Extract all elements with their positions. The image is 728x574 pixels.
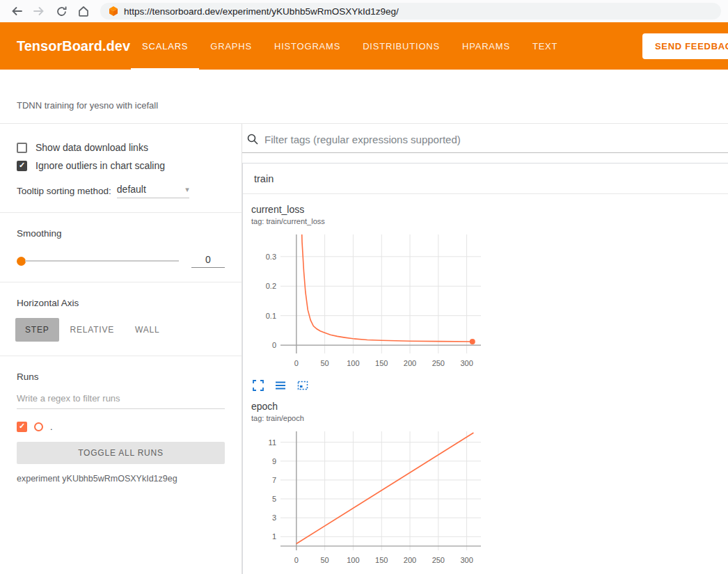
section-header-train[interactable]: train [243,164,728,194]
relative-button[interactable]: RELATIVE [61,318,125,342]
search-icon [246,133,259,145]
sidebar: Show data download links Ignore outliers… [0,124,242,574]
app-title[interactable]: TensorBoard.dev [0,22,131,70]
forward-icon[interactable] [29,1,49,21]
svg-text:250: 250 [432,556,445,564]
train-section-card: train current_losstag: train/current_los… [242,163,728,574]
checkbox-checked-icon [17,161,27,171]
svg-text:0: 0 [294,556,299,564]
chart-card-current_loss: current_losstag: train/current_loss05010… [251,204,484,391]
fit-domain-icon[interactable] [297,380,308,391]
home-icon[interactable] [74,1,93,21]
step-button[interactable]: STEP [15,318,59,342]
show-download-links-checkbox[interactable]: Show data download links [17,142,225,153]
run-checkbox[interactable] [17,422,27,432]
chart-tag: tag: train/epoch [251,414,484,422]
send-feedback-button[interactable]: SEND FEEDBACK [642,33,728,59]
address-bar[interactable]: https://tensorboard.dev/experiment/yKUbh… [100,3,721,19]
horizontal-axis-label: Horizontal Axis [17,298,225,308]
svg-text:150: 150 [375,359,388,367]
chart-toolbar [251,380,484,391]
svg-text:11: 11 [269,438,276,447]
svg-text:250: 250 [432,359,445,367]
runs-list-icon[interactable] [275,380,286,391]
filter-tags-placeholder: Filter tags (regular expressions support… [264,134,461,145]
runs-filter-input[interactable]: Write a regex to filter runs [17,393,225,409]
slider-track[interactable] [25,260,179,262]
svg-text:1: 1 [272,532,276,541]
tab-histograms[interactable]: HISTOGRAMS [263,22,351,70]
tab-scalars[interactable]: SCALARS [131,22,199,70]
smoothing-slider-row: 0 [17,254,225,268]
wall-button[interactable]: WALL [125,318,169,342]
back-icon[interactable] [7,1,26,21]
checkbox-icon [17,143,27,153]
run-name: . [50,422,53,432]
tooltip-sorting-row: Tooltip sorting method: default ▾ [17,184,225,198]
svg-text:200: 200 [404,556,416,564]
svg-text:0: 0 [294,359,299,367]
ignore-outliers-checkbox[interactable]: Ignore outliers in chart scaling [17,160,225,171]
checkbox-label: Ignore outliers in chart scaling [35,160,165,171]
tab-distributions[interactable]: DISTRIBUTIONS [351,22,451,70]
svg-text:0.2: 0.2 [266,282,276,290]
chart-title: epoch [251,401,484,412]
tooltip-sorting-label: Tooltip sorting method: [17,186,111,196]
tab-graphs[interactable]: GRAPHS [199,22,263,70]
charts-grid: current_losstag: train/current_loss05010… [243,194,728,574]
divider [0,212,242,213]
tooltip-sorting-value: default [117,184,146,195]
smoothing-value[interactable]: 0 [191,254,225,268]
horizontal-axis-buttons: STEP RELATIVE WALL [15,318,225,342]
browser-toolbar: https://tensorboard.dev/experiment/yKUbh… [0,0,728,22]
tooltip-sorting-select[interactable]: default ▾ [117,184,189,198]
reload-icon[interactable] [52,1,71,21]
tab-hparams[interactable]: HPARAMS [451,22,521,70]
experiment-description-row: TDNN training for yesno with icefall [0,70,728,124]
svg-text:100: 100 [347,359,359,367]
svg-text:300: 300 [460,556,473,564]
svg-text:0.1: 0.1 [266,312,276,320]
svg-text:50: 50 [321,556,329,564]
svg-text:0: 0 [272,341,276,349]
main-panel: Filter tags (regular expressions support… [242,124,728,574]
svg-text:300: 300 [460,359,473,367]
svg-text:5: 5 [272,495,276,503]
smoothing-label: Smoothing [17,228,225,239]
run-color-swatch [34,422,43,431]
svg-text:100: 100 [347,556,359,564]
filter-tags-input[interactable]: Filter tags (regular expressions support… [242,124,728,153]
chevron-down-icon: ▾ [185,185,189,194]
experiment-description: TDNN training for yesno with icefall [17,100,158,111]
chart-card-epoch: epochtag: train/epoch0501001502002503001… [251,401,484,574]
chart-title: current_loss [251,204,484,215]
chart-plot[interactable]: 05010015020025030000.10.20.3 [251,231,484,372]
toggle-all-runs-button[interactable]: TOGGLE ALL RUNS [17,442,225,464]
section-title: train [254,173,274,184]
runs-label: Runs [17,372,225,382]
experiment-name: experiment yKUbhb5wRmOSXYkId1z9eg [17,474,225,484]
url-text: https://tensorboard.dev/experiment/yKUbh… [124,6,399,17]
divider [0,282,242,282]
svg-text:9: 9 [272,457,276,465]
chart-plot[interactable]: 0501001502002503001357911 [251,428,484,568]
svg-text:50: 50 [321,359,329,367]
svg-text:7: 7 [272,476,276,484]
tab-text[interactable]: TEXT [521,22,569,70]
main-nav: SCALARS GRAPHS HISTOGRAMS DISTRIBUTIONS … [131,22,569,70]
svg-text:3: 3 [272,513,276,522]
site-favicon [109,6,118,16]
divider [0,356,242,356]
svg-text:200: 200 [404,359,416,367]
checkbox-label: Show data download links [35,142,148,153]
expand-icon[interactable] [253,380,264,391]
app-header: TensorBoard.dev SCALARS GRAPHS HISTOGRAM… [0,22,728,70]
svg-text:0.3: 0.3 [266,253,276,261]
svg-text:150: 150 [375,556,388,564]
chart-tag: tag: train/current_loss [251,217,484,225]
run-item[interactable]: . [17,422,225,432]
